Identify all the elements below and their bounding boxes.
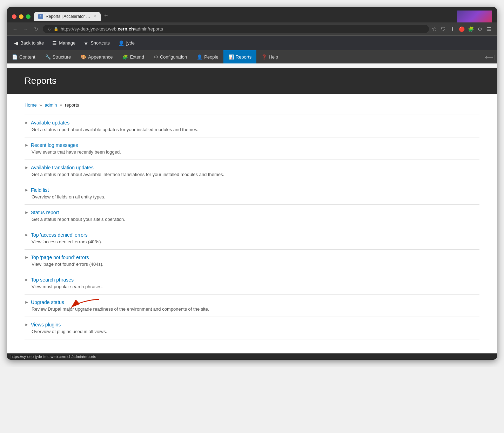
download-icon[interactable]: ⬇ [449,25,456,33]
report-item-translation-updates: ► Available translation updates Get a st… [25,160,479,182]
people-icon: 👤 [197,54,202,60]
nav-item-configuration[interactable]: ⚙ Configuration [149,50,192,63]
content-icon: 📄 [12,54,18,60]
nav-right-spacer: ⟵| [483,50,497,63]
report-desc-5: View 'access denied' errors (403s). [32,239,479,244]
arrow-icon-1: ► [25,143,29,148]
nav-item-reports[interactable]: 📊 Reports [223,50,257,63]
report-link-7[interactable]: Top search phrases [31,277,74,283]
nav-item-content[interactable]: 📄 Content [7,50,40,63]
report-item-access-denied: ► Top 'access denied' errors View 'acces… [25,227,479,250]
structure-label: Structure [53,54,71,60]
address-field[interactable]: 🛡 🔒 https://sy-dep-jyde-test.web.cern.ch… [43,25,429,33]
gear-icon[interactable]: ⚙ [476,25,484,33]
traffic-light-green[interactable] [26,14,31,19]
nav-refresh-button[interactable]: ↻ [32,25,40,33]
browser-window: R Reports | Accelerator Systems C… × + ←… [7,7,497,360]
browser-titlebar: R Reports | Accelerator Systems C… × + [7,7,497,22]
report-link-8[interactable]: Upgrade status [31,299,64,305]
report-link-0[interactable]: Available updates [31,120,69,126]
arrow-icon-2: ► [25,165,29,170]
report-link-9[interactable]: Views plugins [31,322,61,327]
report-desc-7: View most popular search phrases. [32,284,479,289]
appearance-label: Appearance [88,54,113,60]
report-link-6[interactable]: Top 'page not found' errors [31,255,89,260]
nav-item-extend[interactable]: 🧩 Extend [117,50,149,63]
report-link-5[interactable]: Top 'access denied' errors [31,232,88,238]
shortcuts-label: Shortcuts [90,40,110,46]
report-link-2[interactable]: Available translation updates [31,165,94,170]
page-title: Reports [25,75,479,86]
nav-back-button[interactable]: ← [11,25,19,33]
nav-item-people[interactable]: 👤 People [192,50,223,63]
puzzle-icon[interactable]: 🧩 [467,25,475,33]
help-icon: ❓ [261,54,267,60]
back-arrow-icon: ◀ [14,40,18,46]
manage-button[interactable]: ☰ Manage [49,38,79,48]
breadcrumb-admin[interactable]: admin [45,102,57,108]
shortcuts-button[interactable]: ★ Shortcuts [80,38,113,48]
breadcrumb-home[interactable]: Home [25,102,37,108]
arrow-icon-0: ► [25,120,29,125]
user-label: jyde [126,40,135,46]
breadcrumb-sep1: » [39,102,42,108]
content-label: Content [19,54,35,60]
back-to-site-label: Back to site [20,40,44,46]
red-arrow-annotation [69,298,101,310]
new-tab-button[interactable]: + [101,12,111,21]
bookmark-icon[interactable]: ☆ [432,26,437,32]
arrow-icon-8: ► [25,300,29,305]
status-url: https://sy-dep-jyde-test.web.cern.ch/adm… [11,354,96,359]
report-item-field-list: ► Field list Overview of fields on all e… [25,182,479,205]
report-link-4[interactable]: Status report [31,210,59,215]
arrow-icon-3: ► [25,188,29,192]
structure-icon: 🔧 [45,54,51,60]
back-to-site-button[interactable]: ◀ Back to site [11,38,47,48]
traffic-light-yellow[interactable] [19,14,23,19]
active-tab[interactable]: R Reports | Accelerator Systems C… × [34,12,101,21]
report-item-status-report: ► Status report Get a status report abou… [25,205,479,227]
collapse-icon[interactable]: ⟵| [485,54,495,60]
report-desc-3: Overview of fields on all entity types. [32,194,479,199]
url-text: https://sy-dep-jyde-test.web.cern.ch/adm… [61,26,163,32]
menu-icon[interactable]: ☰ [485,25,493,33]
report-item-views-plugins: ► Views plugins Overview of plugins used… [25,317,479,339]
tab-close-button[interactable]: × [94,14,96,19]
manage-label: Manage [59,40,75,46]
configuration-icon: ⚙ [154,54,158,60]
reports-list: ► Available updates Get a status report … [25,115,479,339]
nav-forward-button[interactable]: → [22,25,29,33]
tab-bar: R Reports | Accelerator Systems C… × + [34,12,453,21]
lock-icon: 🔒 [54,27,59,31]
arrow-icon-4: ► [25,210,29,215]
people-label: People [204,54,218,60]
breadcrumb-current: reports [65,102,79,108]
report-item-page-not-found: ► Top 'page not found' errors View 'page… [25,250,479,272]
report-link-1[interactable]: Recent log messages [31,142,78,148]
nav-item-structure[interactable]: 🔧 Structure [40,50,76,63]
status-bar: https://sy-dep-jyde-test.web.cern.ch/adm… [7,353,497,360]
manage-icon: ☰ [52,40,57,46]
drupal-toolbar-top: ◀ Back to site ☰ Manage ★ Shortcuts 👤 jy… [7,35,497,50]
report-desc-1: View events that have recently been logg… [32,149,479,155]
tab-favicon: R [38,14,43,19]
nav-item-appearance[interactable]: 🎨 Appearance [76,50,117,63]
url-domain: cern.ch [118,26,134,32]
purple-accent [457,11,492,22]
shield-icon[interactable]: 🛡 [439,25,447,33]
report-desc-0: Get a status report about available upda… [32,127,479,132]
report-link-3[interactable]: Field list [31,187,49,193]
report-item-available-updates: ► Available updates Get a status report … [25,115,479,137]
nav-item-help[interactable]: ❓ Help [256,50,283,63]
drupal-secondary-nav: 📄 Content 🔧 Structure 🎨 Appearance 🧩 Ext… [7,50,497,63]
traffic-light-red[interactable] [12,14,16,19]
reports-label: Reports [236,54,252,60]
main-content: Home » admin » reports ► Available updat… [7,94,497,353]
red-badge-icon[interactable]: 🔴 [458,25,465,33]
breadcrumb-sep2: » [60,102,62,108]
arrow-icon-7: ► [25,277,29,282]
security-icon: 🛡 [48,27,52,31]
user-button[interactable]: 👤 jyde [115,38,138,48]
browser-icons-right: 🛡 ⬇ 🔴 🧩 ⚙ ☰ [439,25,493,33]
arrow-icon-9: ► [25,322,29,327]
